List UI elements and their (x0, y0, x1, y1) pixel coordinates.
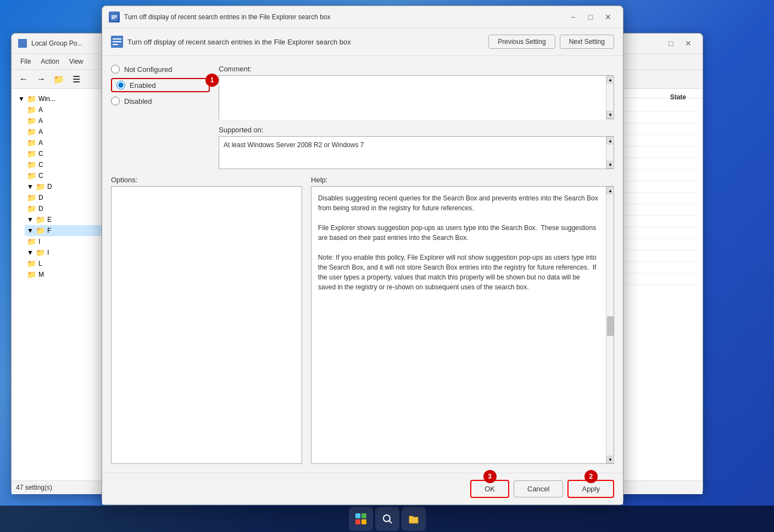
radio-not-configured[interactable] (111, 65, 120, 74)
comment-scroll-down[interactable]: ▼ (606, 111, 614, 119)
tree-windows-label: Win... (38, 95, 55, 103)
dialog-titlebar: Turn off display of recent search entrie… (102, 6, 623, 28)
svg-rect-6 (113, 41, 121, 42)
dialog-maximize-button[interactable]: □ (582, 11, 599, 23)
tree-i2: I (47, 249, 49, 256)
tree-l1: L (38, 260, 42, 267)
radio-not-configured-text: Not Configured (124, 65, 172, 74)
dialog-close-button[interactable]: ✕ (600, 11, 616, 23)
comment-scroll-up[interactable]: ▲ (606, 76, 614, 83)
radio-enabled-label[interactable]: Enabled 1 (111, 78, 210, 92)
menu-view[interactable]: View (65, 56, 88, 67)
toolbar-forward[interactable]: → (34, 72, 49, 86)
step-1-badge: 1 (205, 74, 219, 87)
comment-label: Comment: (219, 65, 614, 73)
tree-a4: A (38, 139, 43, 147)
bg-title-text: Local Group Po... (31, 40, 82, 47)
dialog-header: Turn off display of recent search entrie… (102, 28, 623, 56)
svg-rect-5 (113, 38, 121, 40)
step-3-badge: 3 (483, 470, 497, 483)
bg-window-icon (18, 39, 27, 48)
svg-rect-11 (361, 519, 366, 524)
help-section: Help: Disables suggesting recent queries… (311, 176, 614, 464)
options-label: Options: (111, 176, 302, 184)
step-2-badge: 2 (584, 470, 598, 483)
options-section: Options: (111, 176, 302, 464)
top-section: Not Configured Enabled 1 Disabled (111, 65, 614, 169)
toolbar-folder[interactable]: 📁 (51, 72, 66, 86)
tree-d1: D (47, 183, 52, 191)
help-text: Disables suggesting recent queries for t… (311, 187, 606, 463)
toolbar-grid[interactable]: ☰ (69, 72, 84, 86)
tree-c2: C (38, 161, 43, 169)
bg-maximize-button[interactable]: □ (663, 38, 678, 49)
dialog-header-icon (111, 36, 123, 48)
comment-scrollbar: ▲ ▼ (606, 76, 614, 119)
comment-section: Comment: ▲ ▼ (219, 65, 614, 119)
svg-rect-3 (112, 18, 115, 19)
status-text: 47 setting(s) (16, 484, 52, 491)
help-scroll-down[interactable]: ▼ (606, 456, 614, 463)
bg-title: Local Group Po... (18, 39, 82, 48)
dialog-title-controls: − □ ✕ (565, 11, 616, 23)
taskbar-explorer[interactable] (402, 507, 426, 531)
dialog-title-text: Turn off display of recent search entrie… (124, 13, 331, 21)
bg-titlebar-controls: □ ✕ (663, 38, 696, 49)
svg-rect-7 (113, 44, 118, 45)
state-column-header: State (670, 93, 686, 101)
radio-enabled-text: Enabled (130, 81, 156, 89)
supported-scrollbar: ▲ ▼ (606, 137, 614, 169)
dialog-minimize-button[interactable]: − (565, 11, 581, 23)
next-setting-button[interactable]: Next Setting (560, 35, 614, 49)
apply-button-wrapper: 2 Apply (567, 480, 614, 498)
dialog-header-title-text: Turn off display of recent search entrie… (127, 38, 351, 46)
dialog-footer: 3 OK Cancel 2 Apply (102, 473, 623, 505)
radio-enabled[interactable] (116, 81, 125, 89)
radio-disabled-label[interactable]: Disabled (111, 97, 210, 105)
previous-setting-button[interactable]: Previous Setting (488, 35, 555, 49)
taskbar-search[interactable] (375, 507, 399, 531)
svg-rect-2 (112, 16, 117, 18)
tree-c1: C (38, 150, 43, 158)
tree-m1: M (38, 271, 44, 278)
tree-c3: C (38, 172, 43, 180)
taskbar-start[interactable] (349, 507, 373, 531)
menu-file[interactable]: File (16, 56, 35, 67)
supported-value: At least Windows Server 2008 R2 or Windo… (219, 137, 606, 169)
svg-point-12 (383, 515, 390, 522)
bg-close-button[interactable]: ✕ (681, 38, 696, 49)
radio-not-configured-label[interactable]: Not Configured (111, 65, 210, 74)
help-label: Help: (311, 176, 614, 184)
svg-rect-8 (355, 513, 360, 518)
radio-group: Not Configured Enabled 1 Disabled (111, 65, 210, 169)
ok-button-wrapper: 3 OK (470, 480, 509, 498)
tree-d3: D (38, 205, 43, 212)
options-box (111, 186, 302, 464)
help-box-container: Disables suggesting recent queries for t… (311, 186, 614, 464)
help-scrollbar-thumb (607, 316, 614, 336)
radio-disabled-text: Disabled (124, 97, 152, 105)
dialog-title-icon (109, 12, 120, 23)
tree-a1: A (38, 106, 43, 114)
cancel-button[interactable]: Cancel (514, 480, 563, 497)
options-help-row: Options: Help: Disables suggesting recen… (111, 176, 614, 464)
supported-scroll-up[interactable]: ▲ (606, 137, 614, 144)
dialog-title-left: Turn off display of recent search entrie… (109, 12, 331, 23)
comment-textarea[interactable] (219, 76, 606, 120)
dialog-body: Not Configured Enabled 1 Disabled (102, 56, 623, 473)
tree-e1: E (47, 216, 52, 223)
dialog-header-title: Turn off display of recent search entrie… (111, 36, 488, 48)
svg-line-13 (389, 521, 392, 524)
radio-disabled[interactable] (111, 97, 120, 105)
tree-i1: I (38, 238, 40, 245)
menu-action[interactable]: Action (36, 56, 63, 67)
tree-a2: A (38, 117, 43, 125)
tree-f1: F (47, 227, 51, 234)
toolbar-back[interactable]: ← (16, 72, 31, 86)
supported-scroll-down[interactable]: ▼ (606, 161, 614, 169)
tree-a3: A (38, 128, 43, 136)
svg-rect-10 (355, 519, 360, 524)
supported-label: Supported on: (219, 126, 614, 134)
svg-rect-1 (112, 15, 117, 16)
help-scroll-up[interactable]: ▲ (606, 187, 614, 194)
